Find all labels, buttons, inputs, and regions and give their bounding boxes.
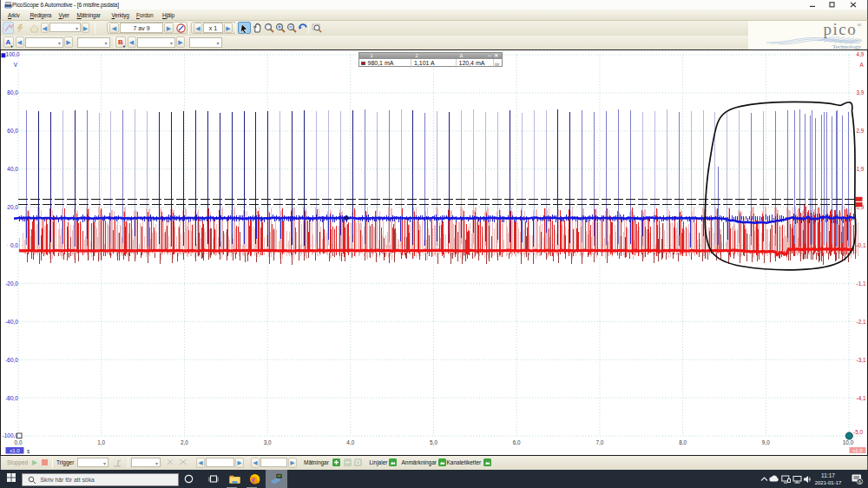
svg-text:0,0: 0,0 [15, 439, 23, 445]
svg-text:7,0: 7,0 [595, 439, 603, 445]
svg-text:-3,1: -3,1 [857, 357, 866, 363]
svg-text:-0,1: -0,1 [857, 242, 866, 248]
svg-text:10,0: 10,0 [843, 439, 854, 445]
svg-text:6,0: 6,0 [513, 439, 521, 445]
svg-text:1,0: 1,0 [97, 439, 105, 445]
svg-text:V: V [14, 62, 18, 68]
svg-text:20,0: 20,0 [7, 204, 18, 210]
svg-text:-2,1: -2,1 [857, 319, 866, 325]
svg-text:3,0: 3,0 [264, 439, 272, 445]
svg-text:0,0: 0,0 [10, 242, 18, 248]
svg-text:-80,0: -80,0 [5, 395, 18, 401]
svg-text:-100,0: -100,0 [3, 432, 19, 439]
svg-text:-20,0: -20,0 [5, 280, 18, 287]
svg-text:8,0: 8,0 [679, 439, 687, 445]
svg-text:5,0: 5,0 [430, 439, 437, 445]
svg-text:40,0: 40,0 [7, 166, 18, 172]
svg-text:6: 6 [858, 479, 861, 485]
svg-text:3,9: 3,9 [857, 89, 865, 96]
svg-text:-4,1: -4,1 [857, 395, 866, 401]
svg-text:4,0: 4,0 [346, 439, 354, 445]
svg-text:2,9: 2,9 [857, 128, 865, 134]
svg-text:0,9: 0,9 [857, 204, 865, 210]
svg-text:x1.0: x1.0 [10, 448, 20, 453]
svg-text:60,0: 60,0 [7, 128, 18, 134]
svg-text:4,9: 4,9 [857, 51, 865, 57]
svg-text:s: s [27, 448, 30, 454]
svg-text:-60,0: -60,0 [5, 357, 18, 363]
svg-text:100,0: 100,0 [6, 51, 20, 57]
svg-text:-5,0: -5,0 [853, 429, 863, 435]
svg-text:1,9: 1,9 [857, 166, 865, 172]
svg-text:x1.0: x1.0 [852, 448, 863, 453]
svg-text:80,0: 80,0 [7, 89, 18, 96]
svg-text:A: A [860, 62, 865, 68]
svg-text:2,0: 2,0 [181, 439, 188, 445]
svg-text:-1,1: -1,1 [857, 280, 866, 287]
svg-text:9,0: 9,0 [762, 439, 770, 445]
svg-text:-40,0: -40,0 [5, 319, 18, 325]
